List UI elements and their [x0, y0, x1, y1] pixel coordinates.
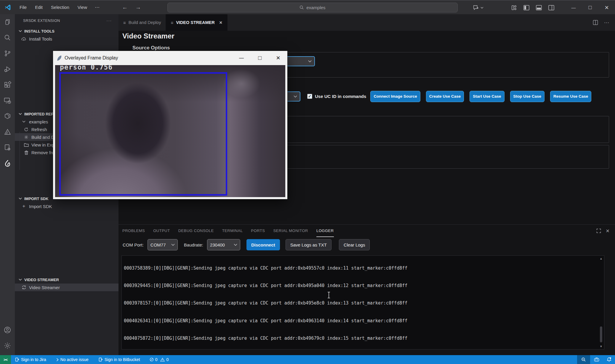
panel-tab-terminal[interactable]: TERMINAL: [222, 225, 243, 237]
text-cursor: [327, 292, 331, 298]
resume-use-case-button[interactable]: Resume Use Case: [550, 91, 591, 102]
log-scrollbar[interactable]: ▲ ▼: [598, 256, 604, 349]
panel-tab-logger[interactable]: LOGGER: [316, 225, 334, 237]
chevron-down-icon: [234, 244, 237, 246]
clear-logs-button[interactable]: Clear Logs: [339, 239, 370, 250]
section-install-tools[interactable]: INSTALL TOOLS: [15, 27, 118, 35]
scrollbar-thumb[interactable]: [600, 326, 602, 342]
nav-back-icon[interactable]: ←: [122, 4, 128, 11]
remote-explorer-icon[interactable]: [0, 93, 15, 108]
com-port-select[interactable]: COM77: [148, 239, 178, 250]
log-line: 0003758389:[0][DBG][GENR]:Sending jpeg c…: [124, 265, 604, 271]
run-debug-icon[interactable]: [0, 61, 15, 77]
uc-id-checkbox[interactable]: ✓: [307, 94, 312, 99]
tab-label: VIDEO STREAMER: [176, 20, 215, 25]
toggle-sidebar-icon[interactable]: [521, 3, 531, 13]
search-icon: [300, 5, 304, 10]
window-maximize-button[interactable]: □: [582, 1, 598, 15]
chevron-down-icon: [18, 113, 23, 115]
scroll-down-icon[interactable]: ▼: [600, 344, 603, 349]
tab-label: Build and Deploy: [129, 20, 161, 25]
log-output[interactable]: 0003758389:[0][DBG][GENR]:Sending jpeg c…: [121, 255, 604, 349]
panel-tab-ports[interactable]: PORTS: [251, 225, 265, 237]
sidebar-item-install-tools[interactable]: Install Tools: [15, 35, 118, 43]
remote-indicator[interactable]: ><: [0, 355, 11, 364]
create-use-case-button[interactable]: Create Use Case: [426, 91, 464, 102]
python-icon: [57, 55, 62, 61]
panel-tab-output[interactable]: OUTPUT: [153, 225, 170, 237]
split-editor-icon[interactable]: [593, 20, 598, 25]
copilot-chat-icon[interactable]: [473, 5, 483, 11]
sidebar-item-import-sdk[interactable]: + Import SDK: [15, 202, 118, 210]
copilot-status-icon[interactable]: [590, 357, 603, 362]
active-issue-item[interactable]: No active issue: [53, 355, 92, 364]
webcam-frame: person 0.756: [55, 65, 285, 197]
zoom-out-indicator[interactable]: [577, 355, 590, 364]
tab-close-icon[interactable]: ✕: [219, 20, 222, 25]
maximize-panel-icon[interactable]: [596, 228, 601, 233]
com-port-value: COM77: [150, 242, 166, 247]
explorer-icon[interactable]: [0, 14, 15, 30]
connect-image-source-button[interactable]: Connect Image Source: [370, 91, 420, 102]
titlebar: File Edit Selection View ⋯ ← → examples …: [0, 0, 615, 14]
sdk-config-icon[interactable]: [0, 140, 15, 155]
dialog-minimize-button[interactable]: —: [232, 51, 251, 65]
errors-count: 0: [155, 357, 158, 362]
start-use-case-button[interactable]: Start Use Case: [470, 91, 504, 102]
jira-icon: [15, 357, 19, 362]
status-bar: >< Sign in to Jira No active issue Sign …: [0, 355, 615, 364]
bitbucket-signin-item[interactable]: Sign in to Bitbucket: [96, 355, 143, 364]
menu-view[interactable]: View: [73, 0, 91, 14]
menu-selection[interactable]: Selection: [47, 0, 73, 14]
window-minimize-button[interactable]: —: [565, 1, 582, 15]
section-video-streamer[interactable]: VIDEO STREAMER: [15, 276, 118, 284]
close-panel-icon[interactable]: ✕: [606, 228, 610, 234]
use-case-controls-row: ✓ Use UC ID in commands Connect Image So…: [276, 91, 591, 102]
extensions-icon[interactable]: [0, 77, 15, 93]
window-close-button[interactable]: ✕: [598, 1, 615, 15]
panel-tab-serial-monitor[interactable]: SERIAL MONITOR: [273, 225, 308, 237]
panel-tab-problems[interactable]: PROBLEMS: [122, 225, 145, 237]
dialog-maximize-button[interactable]: □: [251, 51, 269, 65]
atlassian-icon[interactable]: [0, 124, 15, 140]
source-control-icon[interactable]: [0, 46, 15, 61]
menu-file[interactable]: File: [15, 0, 31, 14]
dialog-close-button[interactable]: ✕: [269, 51, 287, 65]
stop-use-case-button[interactable]: Stop Use Case: [510, 91, 545, 102]
search-view-icon[interactable]: [0, 30, 15, 46]
scroll-up-icon[interactable]: ▲: [600, 256, 603, 261]
nav-forward-icon[interactable]: →: [135, 4, 141, 11]
disconnect-button[interactable]: Disconnect: [246, 239, 280, 250]
containers-icon[interactable]: [0, 108, 15, 124]
tab-build-and-deploy[interactable]: ≡ Build and Deploy: [118, 14, 166, 31]
dialog-titlebar[interactable]: Overlayed Frame Display — □ ✕: [53, 51, 287, 65]
save-logs-button[interactable]: Save Logs as TXT: [286, 239, 331, 250]
panel-tab-debug-console[interactable]: DEBUG CONSOLE: [178, 225, 214, 237]
baudrate-select[interactable]: 230400: [207, 239, 240, 250]
jira-signin-item[interactable]: Sign in to Jira: [12, 355, 49, 364]
account-icon[interactable]: [0, 322, 15, 338]
item-label: examples: [29, 119, 48, 124]
sidebar-title: SRSDK EXTENSION: [23, 19, 60, 23]
toggle-secondary-sidebar-icon[interactable]: [546, 3, 556, 13]
source-select[interactable]: [286, 56, 315, 66]
sidebar-more-actions-icon[interactable]: ···: [107, 19, 112, 23]
menu-edit[interactable]: Edit: [31, 0, 47, 14]
notifications-bell-icon[interactable]: [603, 357, 615, 362]
srsdk-extension-icon[interactable]: [0, 155, 15, 171]
menu-more-icon[interactable]: ⋯: [91, 4, 103, 10]
customize-layout-icon[interactable]: [509, 3, 519, 13]
problems-status-item[interactable]: 0 0: [147, 355, 172, 364]
command-center-search[interactable]: examples: [167, 3, 458, 12]
log-lines: 0003758389:[0][DBG][GENR]:Sending jpeg c…: [122, 255, 604, 349]
log-line: 0003929445:[0][DBG][GENR]:Sending jpeg c…: [124, 283, 604, 289]
settings-gear-icon[interactable]: [0, 338, 15, 353]
toggle-panel-icon[interactable]: [534, 3, 544, 13]
page-title: Video Streamer: [122, 32, 174, 40]
sidebar-item-video-streamer[interactable]: Video Streamer: [15, 284, 118, 291]
baudrate-value: 230400: [210, 242, 225, 247]
warnings-count: 0: [166, 357, 169, 362]
chevron-down-icon: [294, 95, 297, 98]
editor-more-actions-icon[interactable]: ⋯: [604, 20, 609, 26]
tab-video-streamer[interactable]: ≡ VIDEO STREAMER ✕: [166, 14, 227, 31]
